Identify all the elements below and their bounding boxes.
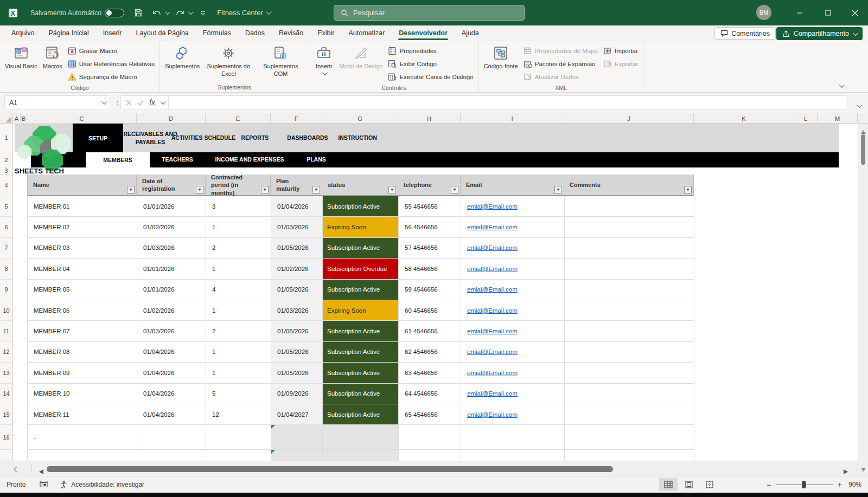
ribbon-button-exibir-codigo[interactable]: Exibir Código xyxy=(385,57,476,70)
email-link[interactable]: emial@Email.com xyxy=(467,266,518,272)
horizontal-scroll-thumb[interactable] xyxy=(47,466,613,472)
column-header-a[interactable]: A xyxy=(13,113,21,124)
sub-tab-income-and-expenses[interactable]: INCOME AND EXPENSES xyxy=(215,156,284,163)
share-button[interactable]: Compartilhamento xyxy=(776,27,863,40)
document-title[interactable]: Fitness Center xyxy=(217,9,270,17)
zoom-out-button[interactable]: − xyxy=(767,480,771,489)
normal-view-button[interactable] xyxy=(659,478,678,491)
row-header-14[interactable]: 14 xyxy=(0,384,12,404)
column-header-e[interactable]: E xyxy=(206,113,271,124)
row-header-12[interactable]: 12 xyxy=(0,342,12,363)
account-avatar[interactable]: BM xyxy=(756,5,771,20)
close-button[interactable] xyxy=(843,0,867,25)
hscroll-right-icon[interactable] xyxy=(844,467,848,476)
name-box[interactable]: A1 xyxy=(4,95,110,110)
cell-email-link[interactable]: emial@Email.com xyxy=(461,259,565,279)
page-break-view-button[interactable] xyxy=(700,478,719,491)
expand-formula-bar-icon[interactable] xyxy=(857,100,860,110)
email-link[interactable]: emial@Email.com xyxy=(467,307,518,314)
email-link[interactable]: emial@Email.com xyxy=(467,411,518,418)
email-link[interactable]: emial@Email.com xyxy=(467,370,518,376)
menu-tab-revisao[interactable]: Revisão xyxy=(272,25,310,41)
ribbon-button-importar[interactable]: Importar xyxy=(601,44,641,57)
row-header-7[interactable]: 7 xyxy=(0,238,12,259)
row-header-5[interactable]: 5 xyxy=(0,196,12,217)
filter-dropdown-button[interactable] xyxy=(312,186,320,193)
column-header-d[interactable]: D xyxy=(137,113,206,124)
namebox-dropdown-icon[interactable] xyxy=(101,99,107,105)
filter-dropdown-button[interactable] xyxy=(196,186,203,193)
zoom-slider[interactable] xyxy=(776,481,833,488)
ribbon-button-gravar-macro[interactable]: Gravar Macro xyxy=(65,44,157,57)
formula-input[interactable] xyxy=(168,95,847,110)
cell-email-link[interactable]: emial@Email.com xyxy=(461,321,565,341)
cell-email-link[interactable]: emial@Email.com xyxy=(461,280,565,300)
redo-button[interactable] xyxy=(175,9,192,17)
page-layout-view-button[interactable] xyxy=(680,478,698,491)
zoom-slider-thumb[interactable] xyxy=(802,481,806,488)
filter-dropdown-button[interactable] xyxy=(127,186,135,193)
ribbon-button-visual-basic[interactable]: Visual Basic xyxy=(2,43,40,73)
main-tab-setup[interactable]: SETUP xyxy=(73,124,123,152)
cell-email-link[interactable]: emial@Email.com xyxy=(461,238,565,258)
ribbon-button-executar-caixa-de-dialogo[interactable]: Executar Caixa de Diálogo xyxy=(385,70,476,83)
scroll-down-icon[interactable] xyxy=(861,464,866,474)
email-link[interactable]: emial@Email.com xyxy=(467,390,518,397)
dropdown-chevron-icon[interactable] xyxy=(322,70,328,75)
column-header-c[interactable]: C xyxy=(27,113,137,124)
ribbon-button-suplementos-com[interactable]: Suplementos COM xyxy=(254,43,307,80)
menu-tab-exibir[interactable]: Exibir xyxy=(310,25,341,41)
row-header-2[interactable]: 2 xyxy=(0,152,12,167)
excel-app-icon[interactable]: X xyxy=(8,8,18,18)
row-header-6[interactable]: 6 xyxy=(0,217,12,237)
menu-tab-arquivo[interactable]: Arquivo xyxy=(4,25,41,41)
filter-dropdown-button[interactable] xyxy=(451,186,458,193)
search-input[interactable]: Pesquisar xyxy=(334,5,525,21)
filter-dropdown-button[interactable] xyxy=(388,186,396,193)
cell-email-link[interactable]: emial@Email.com xyxy=(461,384,565,404)
cell-email-link[interactable]: emial@Email.com xyxy=(461,363,565,383)
row-header-10[interactable]: 10 xyxy=(0,300,12,321)
hscroll-left-icon[interactable] xyxy=(39,467,43,476)
minimize-button[interactable] xyxy=(788,0,812,25)
email-link[interactable]: emial@Email.com xyxy=(467,203,518,210)
menu-tab-layout-da-pagina[interactable]: Layout da Página xyxy=(129,25,195,41)
row-header-16[interactable]: 16 xyxy=(0,425,12,450)
row-header-3[interactable]: 3 xyxy=(0,167,12,175)
ribbon-button-codigo-fonte[interactable]: Código-fonte xyxy=(481,43,521,73)
menu-tab-desenvolvedor[interactable]: Desenvolvedor xyxy=(392,25,455,41)
column-header-m[interactable]: M xyxy=(818,113,858,124)
vertical-scroll-thumb[interactable] xyxy=(861,134,865,165)
fx-dropdown-icon[interactable] xyxy=(161,99,166,105)
vertical-scrollbar[interactable] xyxy=(858,124,868,476)
email-link[interactable]: emial@Email.com xyxy=(467,244,518,251)
menu-tab-dados[interactable]: Dados xyxy=(238,25,272,41)
sub-tab-teachers[interactable]: TEACHERS xyxy=(162,156,193,163)
menu-tab-inserir[interactable]: Inserir xyxy=(96,25,129,41)
insert-function-icon[interactable]: fx xyxy=(149,98,155,107)
autosave-toggle[interactable] xyxy=(105,9,124,17)
select-all-corner[interactable] xyxy=(0,113,13,124)
undo-button[interactable] xyxy=(152,9,169,17)
main-tab-instruction[interactable]: INSTRUCTION xyxy=(325,124,390,152)
row-header-1[interactable]: 1 xyxy=(0,124,12,152)
zoom-level[interactable]: 90% xyxy=(848,481,861,488)
autosave-control[interactable]: Salvamento Automático xyxy=(30,9,124,17)
column-header-i[interactable]: I xyxy=(461,113,564,124)
cell-email-link[interactable]: emial@Email.com xyxy=(461,217,565,237)
redo-dropdown-icon[interactable] xyxy=(188,9,194,15)
row-header-4[interactable]: 4 xyxy=(0,175,12,196)
ribbon-button-suplementos-do-excel[interactable]: Suplementos do Excel xyxy=(202,43,254,80)
row-header-11[interactable]: 11 xyxy=(0,321,12,341)
cell-email-link[interactable]: emial@Email.com xyxy=(461,342,565,362)
ribbon-button-inserir[interactable]: Inserir xyxy=(311,43,336,78)
ribbon-button-suplementos[interactable]: Suplementos xyxy=(162,43,202,73)
ribbon-button-propriedades[interactable]: Propriedades xyxy=(385,44,476,57)
email-link[interactable]: emial@Email.com xyxy=(467,348,518,355)
email-link[interactable]: emial@Email.com xyxy=(467,328,518,334)
sub-tab-plans[interactable]: PLANS xyxy=(307,156,326,163)
cell-email-link[interactable]: emial@Email.com xyxy=(461,196,565,216)
column-header-h[interactable]: H xyxy=(398,113,461,124)
row-header-9[interactable]: 9 xyxy=(0,280,12,300)
column-header-l[interactable]: L xyxy=(794,113,818,124)
